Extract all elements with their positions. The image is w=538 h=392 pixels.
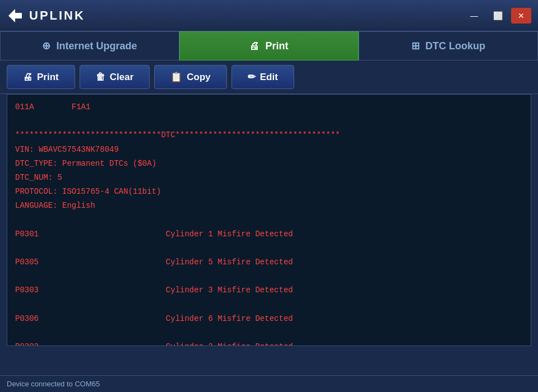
copy-icon: 📋 xyxy=(170,71,182,83)
window-controls: — ⬜ ✕ xyxy=(464,8,531,24)
close-button[interactable]: ✕ xyxy=(511,8,531,24)
logo-area: UPLINK xyxy=(7,7,85,24)
app-title: UPLINK xyxy=(29,8,85,23)
table-icon: ⊞ xyxy=(411,40,420,52)
print-button[interactable]: 🖨 Print xyxy=(7,65,75,89)
tab-dtc-lookup-label: DTC Lookup xyxy=(425,40,485,52)
edit-icon: ✏ xyxy=(248,71,256,83)
tab-dtc-lookup[interactable]: ⊞ DTC Lookup xyxy=(359,31,538,60)
print-label: Print xyxy=(37,72,59,83)
statusbar: Device connected to COM65 xyxy=(0,375,538,392)
toolbar: 🖨 Print 🗑 Clear 📋 Copy ✏ Edit xyxy=(0,60,538,94)
tab-internet-upgrade[interactable]: ⊕ Internet Upgrade xyxy=(0,31,179,60)
clear-label: Clear xyxy=(110,72,134,83)
nav-tabs: ⊕ Internet Upgrade 🖨 Print ⊞ DTC Lookup xyxy=(0,31,538,60)
status-text: Device connected to COM65 xyxy=(7,380,100,388)
tab-print[interactable]: 🖨 Print xyxy=(179,31,359,60)
copy-button[interactable]: 📋 Copy xyxy=(154,65,227,89)
clear-button[interactable]: 🗑 Clear xyxy=(80,65,150,89)
logo-icon xyxy=(7,7,24,24)
print-icon: 🖨 xyxy=(23,72,33,83)
titlebar: UPLINK — ⬜ ✕ xyxy=(0,0,538,31)
tab-print-label: Print xyxy=(265,40,288,52)
svg-marker-0 xyxy=(8,9,22,22)
edit-button[interactable]: ✏ Edit xyxy=(231,65,294,89)
globe-icon: ⊕ xyxy=(42,40,50,52)
printer-icon: 🖨 xyxy=(249,40,259,52)
trash-icon: 🗑 xyxy=(96,72,105,83)
restore-button[interactable]: ⬜ xyxy=(488,8,508,24)
log-text[interactable]: 011A F1A1 ******************************… xyxy=(7,95,531,346)
copy-label: Copy xyxy=(187,72,211,83)
content-area: 011A F1A1 ******************************… xyxy=(7,94,531,346)
tab-internet-upgrade-label: Internet Upgrade xyxy=(56,40,137,52)
minimize-button[interactable]: — xyxy=(464,8,484,24)
edit-label: Edit xyxy=(260,72,278,83)
